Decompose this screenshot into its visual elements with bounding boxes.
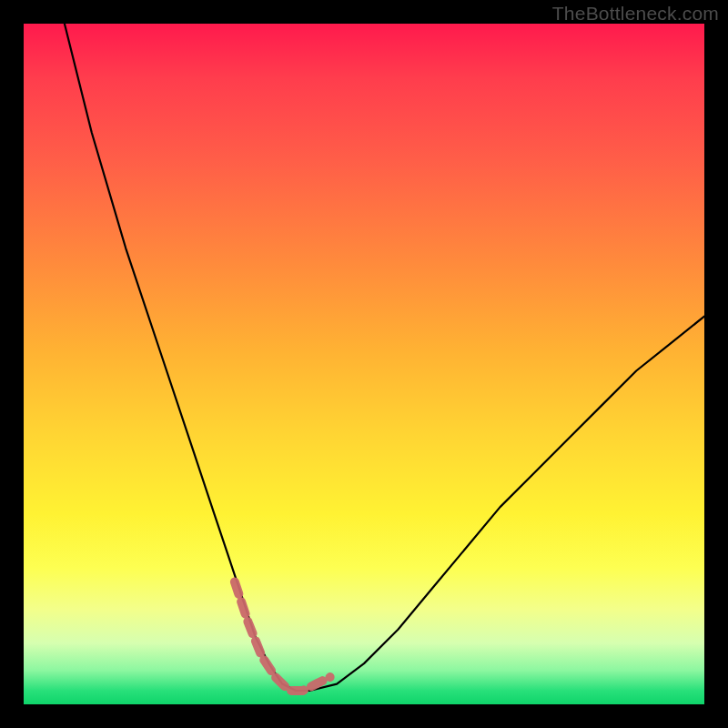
plot-area (24, 24, 704, 704)
watermark-label: TheBottleneck.com (552, 3, 719, 25)
curve-marked-segment (235, 581, 330, 691)
chart-stage: TheBottleneck.com (0, 0, 728, 728)
curve-main (65, 24, 704, 691)
curve-svg (24, 24, 704, 704)
